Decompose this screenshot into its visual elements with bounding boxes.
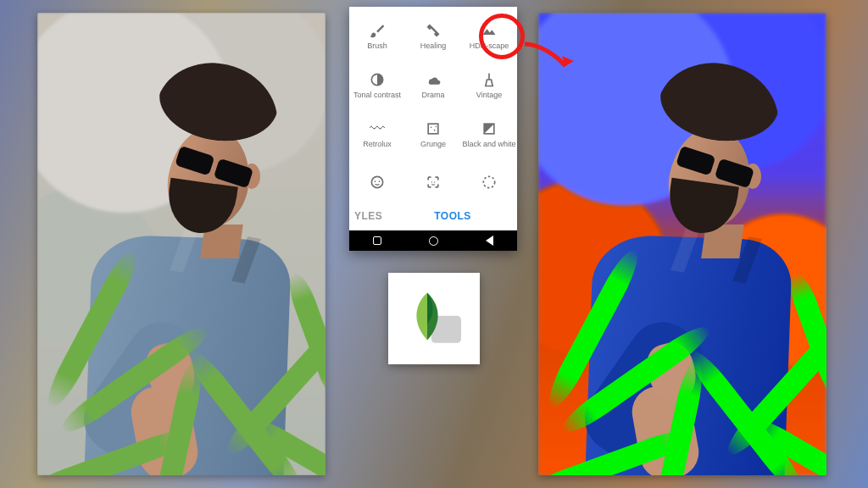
tool-label: Vintage — [476, 92, 502, 99]
before-photo — [37, 13, 326, 475]
svg-point-4 — [436, 126, 437, 128]
face-icon — [369, 174, 386, 191]
tool-brush[interactable]: Brush — [349, 12, 405, 61]
highlight-circle — [479, 14, 525, 59]
grunge-icon — [425, 120, 442, 137]
svg-point-10 — [434, 181, 435, 182]
tool-label: Retrolux — [363, 141, 392, 148]
snapseed-leaf-icon — [400, 285, 468, 352]
after-photo — [538, 13, 826, 475]
tool-healing[interactable]: Healing — [405, 12, 461, 61]
svg-point-2 — [431, 127, 432, 129]
healing-icon — [425, 22, 442, 39]
tool-drama[interactable]: Drama — [405, 61, 461, 110]
android-recent-button[interactable] — [373, 236, 381, 245]
subject-person — [576, 64, 788, 462]
android-nav-bar — [349, 230, 517, 251]
highlight-arrow — [523, 41, 574, 75]
tool-tonal-contrast[interactable]: Tonal contrast — [349, 61, 405, 110]
svg-point-6 — [371, 176, 382, 187]
tool-vintage[interactable]: Vintage — [461, 61, 517, 110]
vintage-icon — [481, 71, 498, 88]
svg-rect-1 — [428, 124, 438, 134]
svg-point-9 — [431, 181, 432, 182]
tools-tab-bar: YLES TOOLS — [349, 202, 517, 230]
tool-label: Brush — [367, 42, 387, 50]
tab-tools[interactable]: TOOLS — [388, 210, 517, 222]
snapseed-logo — [388, 273, 480, 364]
tool-label: Drama — [421, 92, 444, 99]
android-back-button[interactable] — [486, 236, 493, 246]
drama-icon — [425, 71, 442, 88]
tool-label: Black and white — [462, 141, 515, 148]
brush-icon — [369, 22, 386, 39]
black-and-white-icon — [481, 120, 498, 137]
face-pose-icon — [425, 174, 442, 191]
tool-retrolux[interactable]: 〰 Retrolux — [349, 110, 405, 159]
tool-black-and-white[interactable]: Black and white — [461, 110, 517, 159]
svg-point-8 — [379, 180, 381, 182]
tab-styles[interactable]: YLES — [349, 210, 388, 222]
retrolux-icon: 〰 — [369, 120, 386, 137]
lens-blur-icon — [481, 174, 498, 191]
svg-point-11 — [483, 176, 494, 187]
tool-grunge[interactable]: Grunge — [405, 110, 461, 159]
tutorial-canvas: Brush Healing HDR-scape Tonal contrast D… — [0, 0, 868, 488]
tool-label: Grunge — [420, 141, 446, 148]
android-home-button[interactable] — [429, 236, 438, 246]
subject-person — [75, 64, 287, 462]
svg-point-3 — [434, 130, 436, 131]
svg-point-7 — [375, 180, 376, 182]
tool-label: Healing — [420, 42, 447, 50]
tool-label: Tonal contrast — [353, 92, 401, 99]
tonal-contrast-icon — [369, 71, 386, 88]
